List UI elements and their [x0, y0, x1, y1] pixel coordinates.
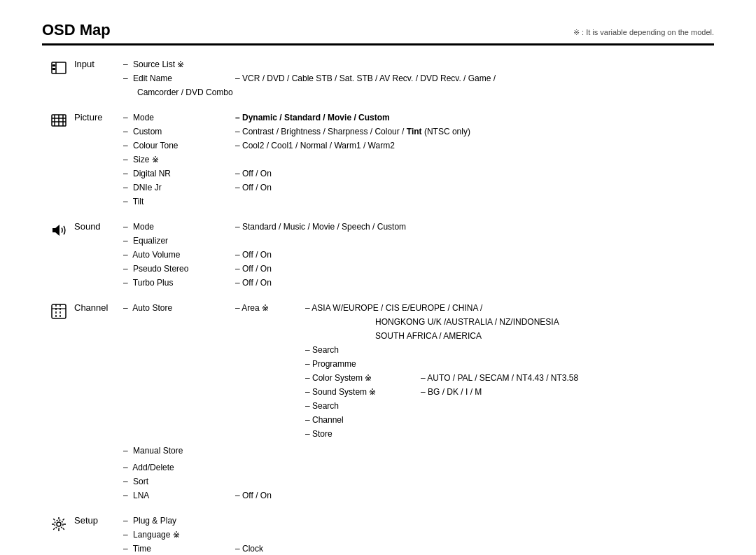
osd-map-content: Input – Source List ※ – Edit Name – VCR …: [42, 58, 714, 555]
input-label: Input: [74, 58, 123, 69]
picture-row-size: – Size ※: [123, 153, 714, 166]
channel-sub-soundsys-val: – Sound System ※: [305, 386, 421, 398]
picture-value-dnie: – Off / On: [235, 181, 272, 194]
picture-value-colour: – Cool2 / Cool1 / Normal / Warm1 / Warm2: [235, 139, 395, 152]
sound-row-avol: – Auto Volume – Off / On: [123, 248, 714, 261]
channel-sub-prog-val: – Programme: [305, 358, 356, 370]
picture-item-tilt: – Tilt: [123, 195, 235, 208]
page-header: OSD Map ※ : It is variable depending on …: [42, 21, 714, 45]
sound-row-eq: – Equalizer: [123, 234, 714, 247]
channel-sub-soundsys: – Sound System ※ – BG / DK / I / M: [123, 386, 714, 398]
setup-item-lang: – Language ※: [123, 528, 235, 541]
setup-body: – Plug & Play – Language ※ – Time – Cloc…: [123, 514, 714, 555]
picture-row-mode: – Mode – Dynamic / Standard / Movie / Cu…: [123, 111, 714, 124]
channel-sub-channel-val: – Channel: [305, 414, 344, 426]
picture-value-mode: – Dynamic / Standard / Movie / Custom: [235, 111, 390, 124]
input-row-1: – Source List ※: [123, 58, 714, 71]
input-icon: [49, 58, 69, 78]
input-value-2: – VCR / DVD / Cable STB / Sat. STB / AV …: [235, 72, 496, 85]
channel-body: – Auto Store – Area ※ – ASIA W/EUROPE / …: [123, 302, 714, 502]
section-sound: Sound – Mode – Standard / Music / Movie …: [49, 220, 714, 289]
channel-sub-search2: – Search: [123, 400, 714, 412]
section-channel: Channel – Auto Store – Area ※ – ASIA W/E…: [49, 302, 714, 502]
channel-sub-store: – Store: [123, 428, 714, 440]
setup-row-lang: – Language ※: [123, 528, 714, 541]
input-row-2: – Edit Name – VCR / DVD / Cable STB / Sa…: [123, 72, 714, 85]
channel-lna-row: – LNA – Off / On: [123, 489, 714, 502]
header-note: ※ : It is variable depending on the mode…: [573, 28, 714, 37]
setup-row-plug: – Plug & Play: [123, 514, 714, 527]
svg-rect-3: [52, 68, 55, 70]
sound-item-eq: – Equalizer: [123, 234, 235, 247]
section-setup: Setup – Plug & Play – Language ※ – Time …: [49, 514, 714, 555]
channel-sub-search: – Search: [123, 344, 714, 356]
picture-item-size: – Size ※: [123, 153, 235, 166]
sound-item-avol: – Auto Volume: [123, 248, 235, 261]
channel-sub-colorsys-val: – Color System ※: [305, 372, 421, 384]
setup-item-plug: – Plug & Play: [123, 514, 235, 527]
channel-sub-store-val: – Store: [305, 428, 332, 440]
channel-area-value: – ASIA W/EUROPE / CIS E/EUROPE / CHINA /: [305, 302, 482, 314]
sound-item-mode: – Mode: [123, 220, 235, 233]
picture-row-dnie: – DNIe Jr – Off / On: [123, 181, 714, 194]
channel-sub-prog: – Programme: [123, 358, 714, 370]
sound-icon: [49, 220, 69, 240]
svg-rect-11: [52, 304, 66, 318]
setup-icon: [49, 514, 69, 534]
channel-item-lna: – LNA: [123, 489, 235, 502]
channel-label: Channel: [74, 302, 123, 313]
sound-row-pseudo: – Pseudo Stereo – Off / On: [123, 262, 714, 275]
svg-point-15: [57, 522, 61, 526]
svg-point-16: [55, 520, 63, 528]
picture-icon: [49, 111, 69, 131]
picture-item-custom: – Custom: [123, 125, 235, 138]
channel-area-row3: SOUTH AFRICA / AMERICA: [123, 330, 714, 342]
page-container: OSD Map ※ : It is variable depending on …: [0, 0, 756, 555]
section-picture: Picture – Mode – Dynamic / Standard / Mo…: [49, 111, 714, 208]
channel-sub-colorsys: – Color System ※ – AUTO / PAL / SECAM / …: [123, 372, 714, 384]
setup-label: Setup: [74, 514, 123, 526]
input-body: – Source List ※ – Edit Name – VCR / DVD …: [123, 58, 714, 99]
picture-value-dnr: – Off / On: [235, 167, 272, 180]
picture-item-dnr: – Digital NR: [123, 167, 235, 180]
picture-row-colour: – Colour Tone – Cool2 / Cool1 / Normal /…: [123, 139, 714, 152]
picture-row-tilt: – Tilt: [123, 195, 714, 208]
channel-area-line3: SOUTH AFRICA / AMERICA: [375, 330, 482, 342]
picture-row-dnr: – Digital NR – Off / On: [123, 167, 714, 180]
channel-sub-channel: – Channel: [123, 414, 714, 426]
picture-item-mode: – Mode: [123, 111, 235, 124]
channel-auto-store-row: – Auto Store – Area ※ – ASIA W/EUROPE / …: [123, 302, 714, 314]
input-item-2: – Edit Name: [123, 72, 235, 85]
channel-item-manualstore: – Manual Store: [123, 444, 235, 457]
setup-time-sub: – Clock – Sleep Timer – On Timer – Off T…: [235, 542, 307, 555]
channel-sort-row: – Sort: [123, 475, 714, 488]
sound-value-avol: – Off / On: [235, 248, 272, 261]
page-title: OSD Map: [42, 21, 111, 39]
sound-value-mode: – Standard / Music / Movie / Speech / Cu…: [235, 220, 406, 233]
sound-row-turbo: – Turbo Plus – Off / On: [123, 276, 714, 289]
sound-value-turbo: – Off / On: [235, 276, 272, 289]
channel-adddelete-row: – Add/Delete: [123, 461, 714, 474]
channel-sub-search-val: – Search: [305, 344, 339, 356]
channel-sub-search2-val: – Search: [305, 400, 339, 412]
channel-sub-colorsys-extra: – AUTO / PAL / SECAM / NT4.43 / NT3.58: [421, 372, 578, 384]
channel-item-adddelete: – Add/Delete: [123, 461, 235, 474]
picture-label: Picture: [74, 111, 123, 122]
sound-item-turbo: – Turbo Plus: [123, 276, 235, 289]
svg-rect-2: [52, 64, 55, 66]
setup-row-time: – Time – Clock – Sleep Timer – On Timer …: [123, 542, 714, 555]
svg-marker-10: [52, 225, 59, 236]
sound-item-pseudo: – Pseudo Stereo: [123, 262, 235, 275]
channel-area-row2: HONGKONG U/K /AUSTRALIA / NZ/INDONESIA: [123, 316, 714, 328]
channel-item-autostore: – Auto Store: [123, 302, 235, 314]
channel-value-autostore: – Area ※: [235, 302, 305, 314]
channel-sub-soundsys-extra: – BG / DK / I / M: [421, 386, 482, 398]
setup-time-clock: – Clock: [235, 542, 307, 555]
channel-item-sort: – Sort: [123, 475, 235, 488]
channel-icon: [49, 302, 69, 321]
input-row-2b: Camcorder / DVD Combo: [123, 86, 714, 99]
channel-value-lna: – Off / On: [235, 489, 272, 502]
sound-body: – Mode – Standard / Music / Movie / Spee…: [123, 220, 714, 289]
setup-item-time: – Time: [123, 542, 235, 555]
input-item-1: – Source List ※: [123, 58, 235, 71]
